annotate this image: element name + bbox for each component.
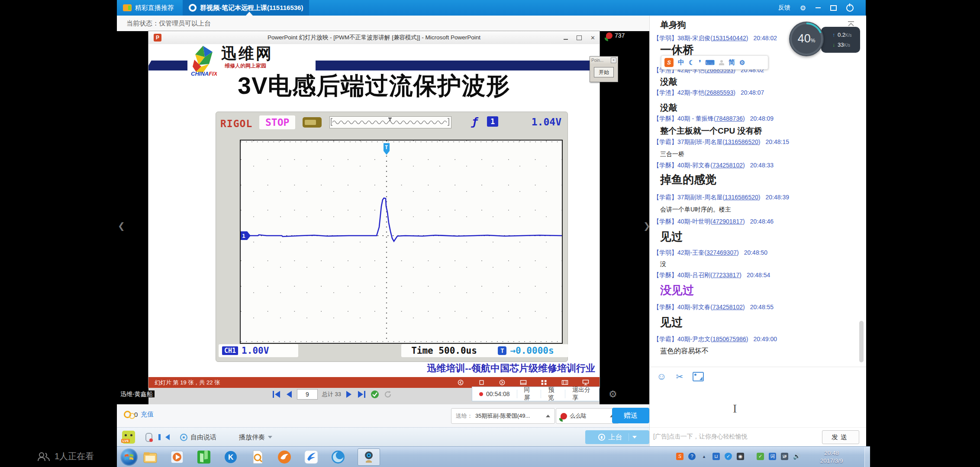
chat-scrollbar[interactable] xyxy=(859,321,864,362)
qq-video-app-icon-active[interactable] xyxy=(358,448,380,466)
cheetah-browser-icon[interactable] xyxy=(277,450,292,464)
ppt-minimize-icon[interactable] xyxy=(564,39,568,40)
tray-usb-icon[interactable]: ⊔ xyxy=(712,453,720,460)
restore-icon[interactable] xyxy=(830,5,837,11)
go-on-stage-button[interactable]: 上台 xyxy=(585,430,649,444)
free-talk-toggle[interactable]: 自由说话 xyxy=(180,428,216,447)
tray-sogou-icon[interactable]: S xyxy=(676,453,683,460)
scope-timebase-readout: Time 500.0us xyxy=(401,344,487,357)
thunder-icon[interactable] xyxy=(304,450,319,464)
browser-swirl-icon[interactable] xyxy=(331,450,345,464)
network-quality-indicator[interactable]: 40% xyxy=(789,22,824,56)
chat-message-header[interactable]: 【学酥】40期 - 董振锋(78488736)20:48:09 xyxy=(653,115,774,123)
tab-live-label: 精彩直播推荐 xyxy=(135,4,174,12)
ppt-maximize-icon[interactable] xyxy=(577,35,582,40)
chat-message-header[interactable]: 【学霸】40期-尹忠文(1850675986)20:49:00 xyxy=(653,336,777,343)
stage-mic-icon xyxy=(598,434,605,441)
preview-button[interactable]: 预览 xyxy=(541,386,565,402)
tray-volume-icon[interactable]: 🔊 xyxy=(793,453,800,460)
ppt-title-bar[interactable]: P PowerPoint 幻灯片放映 - [PWM不正常波形讲解 [兼容模式]]… xyxy=(148,31,600,45)
tray-network-icon[interactable]: 🖳 xyxy=(781,453,788,460)
tray-eject-icon[interactable]: ✓ xyxy=(757,453,764,460)
show-desktop-button[interactable] xyxy=(864,447,870,467)
send-to-dropdown[interactable]: 送给： 35期班副-陈爱国(49... xyxy=(451,408,555,424)
tray-dict-icon[interactable]: 词 xyxy=(769,453,776,460)
settings-gear-icon[interactable]: ⚙ xyxy=(800,4,806,12)
next-slide-icon[interactable] xyxy=(499,380,506,385)
sync-ok-icon[interactable] xyxy=(371,390,379,399)
power-icon[interactable] xyxy=(846,4,854,12)
media-player-icon[interactable] xyxy=(170,450,184,464)
ppt-close-icon[interactable]: ✕ xyxy=(590,35,595,41)
send-message-button[interactable]: 发送 xyxy=(822,430,859,444)
prev-page-icon[interactable] xyxy=(286,390,293,399)
next-page-icon[interactable] xyxy=(345,390,352,399)
pause-icon[interactable] xyxy=(478,380,485,385)
tray-help-icon[interactable]: ? xyxy=(688,453,696,460)
poin-close-icon[interactable]: x xyxy=(611,58,616,63)
ime-settings-icon[interactable]: ⚙ xyxy=(739,59,745,67)
image-icon[interactable] xyxy=(693,372,704,381)
doc-search-icon[interactable] xyxy=(250,450,265,464)
film-icon[interactable] xyxy=(561,380,568,385)
chat-message-header[interactable]: 【学霸】37期副班-周名屋(1316586520)20:48:15 xyxy=(653,138,789,146)
gift-dropdown[interactable]: 么么哒 xyxy=(556,408,619,424)
chat-message-header[interactable]: 【学霸】37期副班-周名屋(1316586520)20:48:39 xyxy=(653,194,789,202)
video-app-green-icon[interactable] xyxy=(197,450,211,464)
prev-slide-icon[interactable] xyxy=(458,380,464,385)
chat-message-header[interactable]: 【学酥】40期-吕召刚(77233817)20:48:54 xyxy=(653,272,770,279)
play-accompaniment-dropdown[interactable]: 播放伴奏 xyxy=(239,428,272,447)
tray-shield-icon[interactable]: ✓ xyxy=(725,453,732,460)
refresh-icon[interactable] xyxy=(384,390,392,399)
nav-left-arrow[interactable]: ❮ xyxy=(118,221,125,231)
share-settings-gear-icon[interactable]: ⚙ xyxy=(609,389,617,400)
rose-count: 737 xyxy=(615,32,625,39)
tray-expand-icon[interactable]: ▴ xyxy=(700,453,708,460)
grid-view-icon[interactable] xyxy=(541,380,548,385)
ime-simplified-icon[interactable]: 简 xyxy=(729,58,735,67)
sogou-ime-toolbar[interactable]: S 中 ☾ ❜ ⌨ 简 ⚙ xyxy=(661,55,768,70)
minimize-icon[interactable] xyxy=(816,7,821,8)
last-page-icon[interactable] xyxy=(357,390,366,399)
player-control-strip: 9 总计 33 00:54:08 同屏 预览 退出分享 xyxy=(148,388,600,404)
chat-message-header[interactable]: 【学酥】40期-郭文春(734258102)20:48:55 xyxy=(653,304,774,311)
explorer-icon[interactable] xyxy=(143,450,158,464)
slide: CHINAFIX 迅维网 维修人的网上家园 3V电感后端过流保护波形 RIGOL… xyxy=(148,44,600,377)
feedback-button[interactable]: 反馈 xyxy=(778,4,790,12)
projector-icon[interactable] xyxy=(582,380,589,385)
exit-share-button[interactable]: 退出分享 xyxy=(565,386,599,402)
collapse-chat-icon[interactable] xyxy=(847,21,855,27)
ad-link[interactable]: [广告]点击一下，让你身心轻松愉悦 xyxy=(653,433,748,441)
ime-fullhalf-icon[interactable]: ☾ xyxy=(689,59,694,67)
slide-panel-icon[interactable] xyxy=(520,380,527,385)
pointer-options-window[interactable]: Poin... x 开始 xyxy=(590,56,618,82)
taskbar-clock[interactable]: 20:48 2017/3/9 xyxy=(815,449,848,465)
ime-keyboard-icon[interactable]: ⌨ xyxy=(705,59,715,67)
ime-profile-icon[interactable] xyxy=(719,60,724,65)
k-player-icon[interactable]: K xyxy=(223,450,238,464)
tray-camera-icon[interactable]: ◉ xyxy=(737,453,744,460)
chat-message-header[interactable]: 【学弱】42期-王奎(327469307)20:48:50 xyxy=(653,249,767,257)
mirror-screen-button[interactable]: 同屏 xyxy=(517,386,541,402)
chat-message-header[interactable]: 【学酥】40期-叶世明(472901817)20:48:46 xyxy=(653,218,774,226)
speaker-icon[interactable] xyxy=(165,434,170,440)
screenshot-scissors-icon[interactable]: ✂ xyxy=(676,371,683,382)
chat-message-header[interactable]: 【学渣】42期-李恺(26885593)20:48:07 xyxy=(653,89,764,97)
chat-message-header[interactable]: 【学酥】40期-郭文春(734258102)20:48:33 xyxy=(653,162,774,170)
channel1-level-marker: 1 xyxy=(241,231,251,240)
recharge-link[interactable]: 充值 xyxy=(141,410,154,419)
chat-input[interactable] xyxy=(650,386,866,427)
start-button[interactable] xyxy=(120,448,138,466)
scope-trigger-level: 1.04V xyxy=(532,116,561,128)
sogou-logo-icon[interactable]: S xyxy=(664,58,674,67)
ime-punctuation-icon[interactable]: ❜ xyxy=(699,59,701,67)
poin-start-button[interactable]: 开始 xyxy=(594,67,614,77)
ime-language-icon[interactable]: 中 xyxy=(678,58,684,67)
chat-message-header[interactable]: 【学弱】38期-宋启俊(1531540442)20:48:02 xyxy=(653,35,777,42)
first-page-icon[interactable] xyxy=(272,390,281,399)
mic-muted-icon[interactable] xyxy=(145,433,152,442)
send-gift-button[interactable]: 赠送 xyxy=(612,408,649,423)
page-number-input[interactable]: 9 xyxy=(297,389,318,400)
emoji-icon[interactable]: ☺ xyxy=(657,371,666,382)
chat-message-text: 没敲 xyxy=(660,102,677,114)
